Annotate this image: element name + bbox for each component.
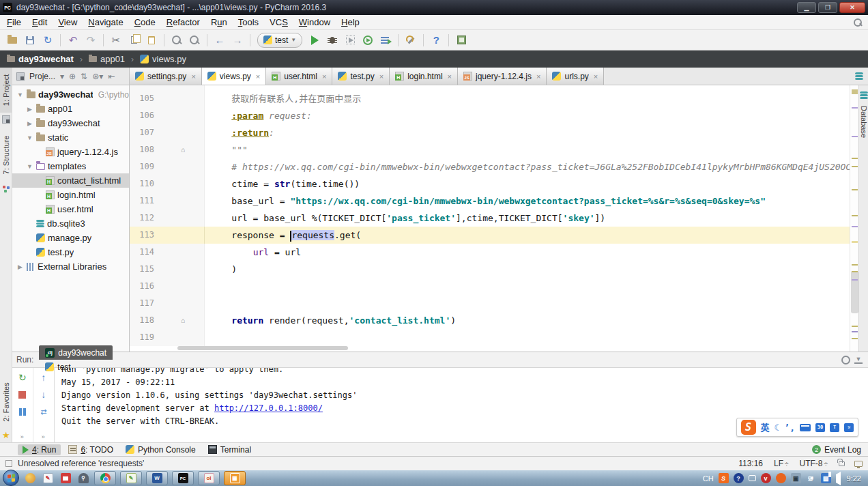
line-number[interactable]: 104	[130, 85, 154, 90]
up-stack-trace-button[interactable]: ↑	[38, 372, 49, 383]
tab-test.py[interactable]: test.py×	[332, 68, 390, 85]
menu-navigate[interactable]: Navigate	[83, 16, 128, 29]
close-icon[interactable]: ×	[379, 72, 384, 81]
line-number[interactable]: 117	[130, 295, 154, 312]
pause-output-button[interactable]	[17, 406, 28, 417]
clipboard-tray-icon[interactable]: ▣	[791, 473, 801, 483]
maximize-button[interactable]: ❐	[818, 2, 837, 13]
code-line-109[interactable]: 109 # https://wx.qq.com/cgi-bin/mmwebwx-…	[130, 158, 850, 175]
menu-code[interactable]: Code	[129, 16, 161, 29]
rerun-button[interactable]: ↻	[17, 372, 28, 383]
tab-settings.py[interactable]: settings.py×	[130, 68, 202, 85]
close-icon[interactable]: ×	[448, 72, 452, 81]
replace-button[interactable]	[186, 32, 203, 48]
tool-tab-Terminal[interactable]: Terminal	[203, 444, 256, 455]
event-log-button[interactable]: 2 Event Log	[812, 445, 868, 455]
fold-marker-icon[interactable]: ⌂	[177, 141, 188, 158]
forward-button[interactable]: →	[229, 32, 246, 48]
menu-view[interactable]: View	[53, 16, 83, 29]
menu-vcs[interactable]: VCS	[264, 16, 293, 29]
profile-button[interactable]	[360, 32, 376, 48]
code-line-110[interactable]: 110 ctime = str(time.time())	[130, 175, 850, 192]
encoding-select[interactable]: UTF-8÷	[800, 459, 828, 468]
tab-user.html[interactable]: user.html×	[266, 68, 332, 85]
gutter[interactable]: 105	[130, 90, 205, 107]
gutter[interactable]: 111	[130, 192, 205, 210]
tree-item-login.html[interactable]: login.html	[12, 188, 129, 202]
run-button[interactable]	[306, 32, 323, 48]
save-all-button[interactable]	[22, 32, 38, 48]
sogou-tray-icon[interactable]: S	[719, 473, 729, 483]
line-number[interactable]: 105	[130, 90, 154, 107]
keyboard-icon[interactable]	[800, 424, 811, 431]
code-line-112[interactable]: 112 url = base_url %(TICKET_DICT['pass_t…	[130, 210, 850, 227]
gutter[interactable]: 104▽	[130, 85, 205, 90]
red-tray-icon[interactable]: v	[761, 473, 771, 483]
more-actions-chevron[interactable]: »	[20, 433, 25, 440]
code-line-113[interactable]: 113 response = requests.get(	[130, 227, 850, 244]
stop-button[interactable]	[17, 389, 28, 400]
tree-item-static[interactable]: ▼static	[12, 130, 129, 145]
concurrency-diagram-button[interactable]	[377, 32, 394, 48]
line-number[interactable]: 118	[130, 312, 154, 329]
powerpoint-app-button[interactable]: oI	[198, 471, 220, 485]
gutter[interactable]: 115	[130, 261, 205, 278]
database-icon[interactable]	[860, 91, 868, 99]
scroll-to-source-icon[interactable]: ⇅	[81, 72, 87, 81]
gutter[interactable]: 114	[130, 244, 205, 261]
ime-language-mode[interactable]: 英	[761, 421, 770, 434]
tree-item-db.sqlite3[interactable]: db.sqlite3	[12, 216, 129, 231]
palette-app-icon[interactable]	[23, 472, 37, 485]
breadcrumb-item[interactable]: views.py	[139, 54, 188, 64]
floppy-app-icon[interactable]	[59, 472, 72, 485]
line-number[interactable]: 106	[130, 107, 154, 124]
sidebar-item-database[interactable]: Database	[860, 106, 868, 138]
sync-button[interactable]: ↻	[40, 32, 56, 48]
chrome-app-button[interactable]	[94, 471, 116, 485]
run-console[interactable]: Run 'python manage.py migrate' to apply …	[55, 368, 868, 442]
snip-app-icon[interactable]: ✎	[41, 472, 55, 485]
hide-panel-icon[interactable]: ▼	[854, 356, 863, 364]
close-icon[interactable]: ×	[256, 72, 260, 81]
code-line-106[interactable]: 106 :param request:	[130, 107, 850, 124]
project-tree-panel[interactable]: ▼day93wechatG:\pytho▶app01▶day93wechat▼s…	[12, 85, 130, 352]
collapse-panel-icon[interactable]: ⇤	[108, 72, 115, 81]
menu-run[interactable]: Run	[205, 16, 233, 29]
gear-icon[interactable]: ⊛▾	[92, 72, 103, 81]
code-line-114[interactable]: 114 url = url	[130, 244, 850, 261]
line-number[interactable]: 107	[130, 124, 154, 141]
gutter[interactable]: 119	[130, 329, 205, 346]
tool-tab-Python Console[interactable]: Python Console	[121, 444, 201, 455]
code-line-108[interactable]: 108⌂ """	[130, 141, 850, 158]
taskbar-clock[interactable]: 9:22	[847, 474, 861, 483]
caret-position[interactable]: 113:16	[738, 459, 763, 468]
code-editor[interactable]: 104▽105 获取所有联系人,并在页面中显示106 :param reques…	[130, 85, 850, 352]
debug-button[interactable]	[324, 32, 341, 48]
menu-refactor[interactable]: Refactor	[161, 16, 205, 29]
tab-urls.py[interactable]: urls.py×	[547, 68, 604, 85]
sidebar-item-project[interactable]: 1: Project	[0, 68, 12, 113]
tab-login.html[interactable]: login.html×	[390, 68, 458, 85]
gutter[interactable]: 113	[130, 227, 205, 244]
start-button[interactable]	[3, 470, 19, 486]
tool-tab-6: TODO[interactable]: 6: TODO	[63, 444, 118, 455]
gutter[interactable]: 106	[130, 107, 205, 124]
find-button[interactable]	[169, 32, 185, 48]
breadcrumb-item[interactable]: day93wechat	[5, 54, 75, 64]
down-stack-trace-button[interactable]: ↓	[38, 389, 49, 400]
notepad-app-button[interactable]: ✎	[120, 471, 142, 485]
coverage-button[interactable]	[342, 32, 358, 48]
tree-item-day93wechat[interactable]: ▼day93wechatG:\pytho	[12, 87, 129, 102]
tree-item-user.html[interactable]: user.html	[12, 202, 129, 216]
horizontal-scrollbar[interactable]	[177, 346, 348, 350]
gutter[interactable]: 117	[130, 295, 205, 312]
tree-item-app01[interactable]: ▶app01	[12, 102, 129, 116]
line-separator-select[interactable]: LF÷	[774, 459, 789, 468]
menu-tools[interactable]: Tools	[233, 16, 264, 29]
close-icon[interactable]: ×	[536, 72, 540, 81]
minimize-button[interactable]: ▁	[797, 2, 816, 13]
menu-help[interactable]: Help	[336, 16, 365, 29]
more-actions-chevron[interactable]: »	[42, 433, 46, 440]
gutter[interactable]: 110	[130, 175, 205, 192]
pin-app-icon[interactable]: ⚲	[76, 472, 90, 485]
